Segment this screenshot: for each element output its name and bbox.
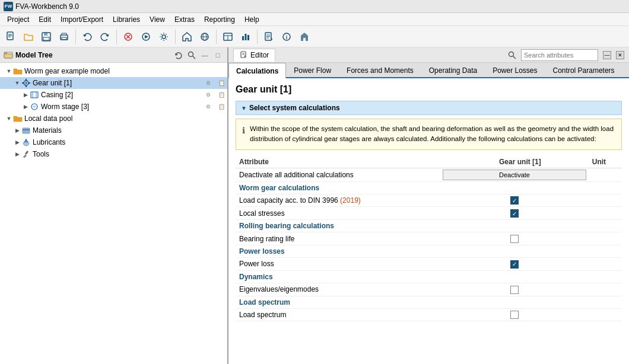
toolbar-open[interactable]: [20, 28, 37, 45]
gear-icon-gearunit: [21, 78, 31, 88]
svg-rect-41: [31, 92, 38, 98]
tree-label-materials: Materials: [33, 126, 62, 135]
toolbar-undo[interactable]: [79, 28, 96, 45]
tree-minimize-btn[interactable]: —: [199, 49, 211, 61]
tree-item-model[interactable]: ▼ Worm gear example model: [0, 65, 227, 77]
right-panel: Editor — ✕ Calculations Power Flow Force…: [228, 47, 629, 364]
toolbar-settings[interactable]: [155, 28, 172, 45]
materials-icon: [21, 126, 31, 135]
tree-label-lubricants: Lubricants: [33, 138, 65, 146]
tree-search-btn[interactable]: [186, 49, 198, 61]
menu-libraries[interactable]: Libraries: [108, 14, 145, 25]
toolbar-save[interactable]: [38, 28, 55, 45]
checkbox-power-loss[interactable]: [510, 260, 519, 269]
tree-expand-materials[interactable]: ▶: [13, 127, 21, 133]
tree-item-materials[interactable]: ▶ Materials: [0, 124, 227, 136]
tree-item-lubricants[interactable]: ▶ Lubricants: [0, 136, 227, 148]
toolbar-globe[interactable]: [196, 28, 213, 45]
tree-gearunit-btn1[interactable]: ⚙: [202, 77, 214, 89]
tree-item-localdatapool[interactable]: ▼ Local data pool: [0, 113, 227, 124]
editor-close-btn[interactable]: ✕: [616, 51, 624, 59]
tree-casing-btn1[interactable]: ⚙: [202, 89, 214, 101]
tree-casing-btn2[interactable]: 📋: [215, 89, 227, 101]
tree-item-tools[interactable]: ▶ Tools: [0, 148, 227, 160]
tree-expand-lubricants[interactable]: ▶: [13, 139, 21, 145]
table-row-load-capacity: Load capacity acc. to DIN 3996 (2019): [236, 194, 622, 207]
load-spectrum-label: Load spectrum: [236, 308, 440, 321]
deactivate-button[interactable]: Deactivate: [443, 170, 586, 180]
menu-extras[interactable]: Extras: [170, 14, 199, 25]
bearing-life-label: Bearing rating life: [236, 232, 440, 245]
toolbar-table[interactable]: [220, 28, 236, 45]
table-row-loadspectrum-header: Load spectrum: [236, 296, 622, 308]
svg-rect-39: [22, 82, 24, 84]
checkbox-bearing-life[interactable]: [510, 235, 519, 243]
menu-edit[interactable]: Edit: [34, 14, 56, 25]
left-panel: Model Tree — □ ▼ Worm gear example model: [0, 47, 228, 364]
tree-sync-btn[interactable]: [173, 49, 185, 61]
toolbar-run[interactable]: [138, 28, 154, 45]
tree-item-casing[interactable]: ▶ Casing [2] ⚙ 📋: [0, 89, 227, 101]
tree-label-tools: Tools: [33, 150, 49, 158]
toolbar-doc[interactable]: [261, 28, 277, 45]
editor-minimize-btn[interactable]: —: [603, 51, 611, 59]
svg-marker-13: [145, 35, 148, 39]
toolbar-info[interactable]: i: [278, 28, 295, 45]
search-icon: [508, 51, 516, 59]
tree-item-wormstage[interactable]: ▶ Worm stage [3] ⚙ 📋: [0, 101, 227, 113]
menu-view[interactable]: View: [145, 14, 170, 25]
tree-label-casing: Casing [2]: [41, 91, 73, 99]
tree-expand-wormstage[interactable]: ▶: [21, 104, 30, 110]
svg-point-14: [162, 35, 166, 39]
tab-control[interactable]: Control Parameters: [545, 63, 622, 77]
menu-reporting[interactable]: Reporting: [199, 14, 240, 25]
wormstage-icon: [30, 102, 39, 111]
folder-icon-localdatapool: [13, 114, 23, 123]
tree-wormstage-btn2[interactable]: 📋: [215, 101, 227, 113]
collapse-icon[interactable]: ▼: [241, 105, 247, 111]
tree-expand-tools[interactable]: ▶: [13, 151, 21, 157]
tab-calculations[interactable]: Calculations: [228, 63, 286, 78]
main-area: Model Tree — □ ▼ Worm gear example model: [0, 47, 629, 364]
svg-rect-5: [44, 33, 47, 36]
tree-expand-localdatapool[interactable]: ▼: [5, 116, 13, 122]
tree-expand-model[interactable]: ▼: [5, 68, 13, 74]
menu-project[interactable]: Project: [2, 14, 34, 25]
checkbox-load-capacity[interactable]: [510, 196, 519, 205]
editor-header: Editor — ✕: [228, 47, 629, 63]
table-row-deactivate: Deactivate all additional calculations D…: [236, 168, 622, 181]
toolbar-house2[interactable]: [296, 28, 313, 45]
toolbar-redo[interactable]: [97, 28, 113, 45]
tree-wormstage-btn1[interactable]: ⚙: [202, 101, 214, 113]
tree-item-gearunit[interactable]: ▼ Gear unit [1] ⚙ 📋: [0, 77, 227, 89]
menu-importexport[interactable]: Import/Export: [56, 14, 108, 25]
eigenvalues-label: Eigenvalues/eigenmodes: [236, 283, 440, 296]
table-row-wormgear-header: Worm gear calculations: [236, 181, 622, 194]
toolbar-print[interactable]: [56, 28, 72, 45]
tree-gearunit-btn2[interactable]: 📋: [215, 77, 227, 89]
search-input[interactable]: [521, 49, 598, 61]
tab-powerlosses[interactable]: Power Losses: [485, 63, 545, 77]
svg-rect-23: [247, 35, 249, 40]
tab-powerflow[interactable]: Power Flow: [286, 63, 339, 77]
toolbar-home[interactable]: [179, 28, 195, 45]
svg-rect-22: [245, 34, 247, 40]
info-icon: ℹ: [242, 124, 245, 145]
toolbar-new[interactable]: [2, 28, 19, 45]
menu-help[interactable]: Help: [240, 14, 264, 25]
tab-forces[interactable]: Forces and Moments: [339, 63, 421, 77]
tree-expand-casing[interactable]: ▶: [21, 92, 30, 98]
checkbox-eigenvalues[interactable]: [510, 286, 519, 294]
tab-operating[interactable]: Operating Data: [421, 63, 485, 77]
tree-expand-gearunit[interactable]: ▼: [13, 80, 21, 86]
checkbox-local-stresses[interactable]: [510, 209, 519, 218]
section-title: Select system calculations: [249, 104, 340, 112]
tree-maximize-btn[interactable]: □: [212, 49, 224, 61]
checkbox-load-spectrum[interactable]: [510, 311, 519, 319]
toolbar-chart[interactable]: [237, 28, 254, 45]
col-value: Gear unit [1]: [440, 156, 589, 168]
toolbar-sep-5: [257, 30, 258, 44]
info-box: ℹ Within the scope of the system calcula…: [236, 119, 622, 150]
toolbar-cancel[interactable]: [120, 28, 136, 45]
editor-tab[interactable]: Editor: [233, 49, 275, 62]
